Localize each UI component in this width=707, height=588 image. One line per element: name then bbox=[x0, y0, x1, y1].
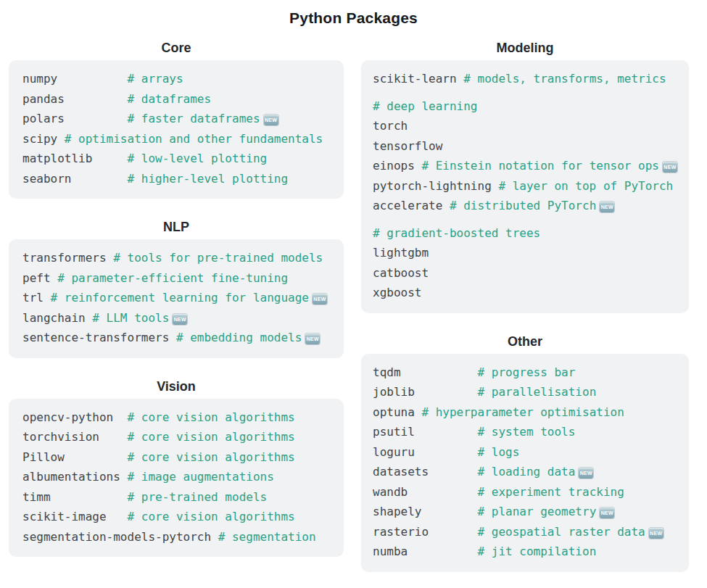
package-name: polars bbox=[22, 112, 128, 125]
package-name: optuna bbox=[373, 405, 421, 419]
new-badge: NEW bbox=[264, 115, 278, 125]
package-name: catboost bbox=[373, 266, 429, 280]
package-line: wandb # experiment tracking bbox=[373, 482, 682, 502]
package-line: lightgbm bbox=[373, 243, 682, 263]
package-line: einops # Einstein notation for tensor op… bbox=[373, 156, 682, 176]
package-comment: # optimisation and other fundamentals bbox=[65, 132, 323, 146]
section-vision: Visionopencv-python # core vision algori… bbox=[9, 378, 344, 558]
package-comment: # image augmentations bbox=[128, 470, 274, 484]
package-line: transformers # tools for pre-trained mod… bbox=[22, 248, 336, 268]
section-modeling: Modelingscikit-learn # models, transform… bbox=[361, 40, 689, 313]
package-name: pytorch-lightning bbox=[373, 179, 498, 193]
package-comment: # core vision algorithms bbox=[128, 510, 295, 523]
package-line: langchain # LLM toolsNEW bbox=[22, 308, 336, 328]
new-badge: NEW bbox=[173, 314, 187, 325]
new-badge: NEW bbox=[663, 162, 677, 173]
package-name: wandb bbox=[373, 485, 478, 499]
package-comment: # experiment tracking bbox=[478, 485, 624, 499]
package-line: scipy # optimisation and other fundament… bbox=[22, 129, 336, 149]
package-line: numpy # arrays bbox=[22, 69, 336, 89]
section-title-modeling: Modeling bbox=[361, 40, 689, 56]
package-name: tensorflow bbox=[373, 139, 442, 153]
package-comment: # hyperparameter optimisation bbox=[421, 405, 624, 419]
card-other: tqdm # progress barjoblib # parallelisat… bbox=[361, 354, 689, 572]
package-line: psutil # system tools bbox=[373, 422, 682, 442]
package-name: scikit-learn bbox=[373, 72, 463, 86]
package-name: trl bbox=[22, 291, 51, 305]
package-line: torchvision # core vision algorithms bbox=[22, 427, 336, 447]
section-title-core: Core bbox=[9, 40, 344, 56]
package-comment: # planar geometry bbox=[478, 505, 597, 518]
package-name: accelerate bbox=[373, 199, 450, 212]
package-line: opencv-python # core vision algorithms bbox=[22, 407, 336, 428]
package-line: # deep learning bbox=[373, 96, 682, 117]
package-line: scikit-learn # models, transforms, metri… bbox=[373, 69, 682, 89]
package-line: loguru # logs bbox=[373, 442, 682, 463]
package-comment: # distributed PyTorch bbox=[450, 199, 596, 212]
package-comment: # segmentation bbox=[218, 530, 316, 544]
card-vision: opencv-python # core vision algorithmsto… bbox=[9, 399, 344, 558]
package-line: # gradient-boosted trees bbox=[373, 223, 682, 244]
package-comment: # higher-level plotting bbox=[128, 172, 289, 186]
blank-line bbox=[373, 89, 682, 96]
package-comment: # parameter-efficient fine-tuning bbox=[57, 271, 288, 285]
package-name: torch bbox=[373, 119, 408, 133]
package-name: transformers bbox=[22, 251, 113, 265]
package-name: lightgbm bbox=[373, 246, 429, 260]
package-comment: # reinforcement learning for language bbox=[51, 291, 309, 305]
package-line: joblib # parallelisation bbox=[373, 382, 682, 402]
package-name: psutil bbox=[373, 425, 478, 439]
package-line: sentence-transformers # embedding models… bbox=[22, 328, 336, 348]
package-name: torchvision bbox=[22, 430, 128, 444]
blank-line bbox=[373, 216, 682, 223]
card-modeling: scikit-learn # models, transforms, metri… bbox=[361, 60, 689, 313]
package-name: einops bbox=[373, 159, 421, 173]
section-other: Othertqdm # progress barjoblib # paralle… bbox=[361, 334, 689, 572]
package-line: xgboost bbox=[373, 283, 682, 303]
package-name: tqdm bbox=[373, 365, 478, 379]
package-comment: # low-level plotting bbox=[128, 152, 268, 165]
package-name: sentence-transformers bbox=[22, 331, 176, 344]
package-name: opencv-python bbox=[22, 410, 128, 424]
section-title-nlp: NLP bbox=[9, 219, 344, 235]
package-line: polars # faster dataframesNEW bbox=[22, 109, 336, 129]
package-name: Pillow bbox=[22, 450, 128, 464]
package-name: timm bbox=[22, 490, 128, 504]
package-name: pandas bbox=[22, 92, 128, 106]
package-comment: # models, transforms, metrics bbox=[463, 72, 666, 86]
package-line: matplotlib # low-level plotting bbox=[22, 149, 336, 169]
package-line: seaborn # higher-level plotting bbox=[22, 169, 336, 189]
package-name: rasterio bbox=[373, 525, 478, 539]
package-name: joblib bbox=[373, 385, 478, 399]
package-comment: # arrays bbox=[128, 72, 183, 86]
page: Python Packages Corenumpy # arrayspandas… bbox=[0, 9, 707, 572]
column-left: Corenumpy # arrayspandas # dataframespol… bbox=[9, 28, 344, 557]
new-badge: NEW bbox=[600, 508, 614, 518]
package-line: albumentations # image augmentations bbox=[22, 467, 336, 487]
package-comment: # tools for pre-trained models bbox=[113, 251, 323, 265]
package-comment: # core vision algorithms bbox=[128, 410, 295, 424]
new-badge: NEW bbox=[579, 468, 593, 479]
package-name: numpy bbox=[22, 72, 128, 86]
package-line: trl # reinforcement learning for languag… bbox=[22, 288, 336, 308]
package-line: rasterio # geospatial raster dataNEW bbox=[373, 522, 682, 542]
package-name: numba bbox=[373, 544, 478, 558]
package-line: Pillow # core vision algorithms bbox=[22, 447, 336, 468]
package-comment: # logs bbox=[478, 445, 520, 459]
package-name: matplotlib bbox=[22, 152, 128, 165]
package-comment: # layer on top of PyTorch bbox=[498, 179, 673, 193]
package-line: scikit-image # core vision algorithms bbox=[22, 507, 336, 527]
new-badge: NEW bbox=[313, 294, 327, 305]
package-line: catboost bbox=[373, 263, 682, 283]
package-comment: # deep learning bbox=[373, 99, 478, 113]
page-title: Python Packages bbox=[0, 9, 707, 28]
new-badge: NEW bbox=[600, 202, 614, 212]
columns: Corenumpy # arrayspandas # dataframespol… bbox=[9, 28, 707, 572]
card-nlp: transformers # tools for pre-trained mod… bbox=[9, 239, 344, 358]
package-comment: # loading data bbox=[478, 465, 576, 479]
new-badge: NEW bbox=[649, 528, 663, 539]
package-name: scikit-image bbox=[22, 510, 128, 523]
package-name: xgboost bbox=[373, 286, 421, 299]
package-line: torch bbox=[373, 116, 682, 136]
package-comment: # core vision algorithms bbox=[128, 430, 295, 444]
